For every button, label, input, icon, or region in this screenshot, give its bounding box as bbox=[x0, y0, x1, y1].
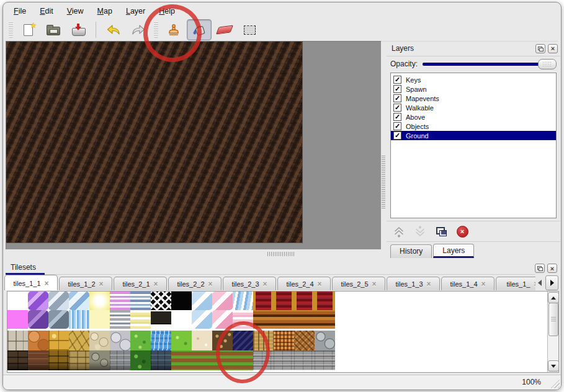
layer-visibility-checkbox[interactable]: ✓ bbox=[393, 104, 401, 112]
splitter-grip[interactable] bbox=[267, 252, 295, 256]
tile-tile-gold[interactable] bbox=[48, 331, 69, 350]
layer-visibility-checkbox[interactable]: ✓ bbox=[393, 94, 401, 102]
tile-stripes-gray[interactable] bbox=[110, 310, 130, 329]
close-tab-icon[interactable]: × bbox=[318, 281, 322, 287]
open-tool-button[interactable] bbox=[42, 20, 65, 40]
close-tab-icon[interactable]: × bbox=[45, 280, 49, 287]
tile-crystal-lightblue[interactable] bbox=[192, 310, 212, 329]
tile-wall-pebble[interactable] bbox=[89, 350, 110, 370]
tile-water[interactable] bbox=[151, 331, 171, 350]
toolbar-grip[interactable] bbox=[154, 22, 158, 38]
tile-planks-vert[interactable] bbox=[253, 331, 274, 350]
toolbar-grip[interactable] bbox=[9, 22, 13, 38]
tile-stripes-orange[interactable] bbox=[274, 310, 294, 329]
tile-crystal-purple[interactable] bbox=[28, 292, 48, 310]
tile-flagstone[interactable] bbox=[7, 331, 28, 350]
tileset-tab-tiles_1_1[interactable]: tiles_1_1× bbox=[4, 275, 58, 290]
select-tool-button[interactable] bbox=[238, 20, 261, 40]
layer-visibility-checkbox[interactable]: ✓ bbox=[393, 131, 401, 140]
tab-layers[interactable]: Layers bbox=[433, 244, 474, 258]
tile-planks-gray[interactable] bbox=[274, 350, 294, 370]
tile-water-shimmer[interactable] bbox=[69, 310, 89, 329]
close-tab-icon[interactable]: × bbox=[99, 281, 104, 287]
undo-tool-button[interactable] bbox=[102, 20, 125, 40]
splitter-grip[interactable] bbox=[382, 156, 385, 208]
tile-curtain-red[interactable] bbox=[274, 292, 294, 310]
layer-visibility-checkbox[interactable]: ✓ bbox=[393, 113, 401, 121]
tile-stone-cracked[interactable] bbox=[69, 331, 89, 350]
tile-herringbone[interactable] bbox=[294, 331, 315, 350]
scroll-up-button[interactable] bbox=[548, 292, 559, 303]
tile-pebbles[interactable] bbox=[89, 331, 110, 350]
tile-sand[interactable] bbox=[192, 331, 212, 350]
tile-curtain-red[interactable] bbox=[294, 292, 315, 310]
tile-floral-brown[interactable] bbox=[212, 331, 233, 350]
layer-visibility-checkbox[interactable]: ✓ bbox=[393, 85, 401, 93]
tile-stone-orange[interactable] bbox=[28, 331, 48, 350]
close-tab-icon[interactable]: × bbox=[481, 281, 486, 287]
menu-help[interactable]: Help bbox=[153, 6, 181, 17]
tile-crystal-blue[interactable] bbox=[69, 292, 89, 310]
tile-stripes-orange[interactable] bbox=[315, 310, 335, 329]
tileset-tab-tiles_1_[interactable]: tiles_1_× bbox=[496, 277, 535, 290]
tile-black[interactable] bbox=[171, 292, 192, 310]
layer-row-mapevents[interactable]: ✓Mapevents bbox=[391, 94, 556, 103]
menu-edit[interactable]: Edit bbox=[34, 6, 59, 17]
menu-layer[interactable]: Layer bbox=[120, 6, 151, 17]
duplicate-layer-button[interactable] bbox=[434, 224, 449, 239]
move-layer-up-button[interactable] bbox=[392, 224, 406, 239]
palette-scrollbar[interactable] bbox=[547, 292, 558, 372]
layer-visibility-checkbox[interactable]: ✓ bbox=[393, 122, 401, 130]
opacity-slider[interactable] bbox=[423, 59, 557, 69]
layer-row-objects[interactable]: ✓Objects bbox=[391, 122, 556, 131]
close-tab-icon[interactable]: × bbox=[427, 281, 431, 287]
tile-shard-blue[interactable] bbox=[233, 292, 253, 310]
tile-basket-weave[interactable] bbox=[274, 331, 294, 350]
resize-grip-icon[interactable] bbox=[548, 377, 560, 388]
tile-crystal-gray-dark[interactable] bbox=[48, 310, 69, 329]
tile-crystal-pink[interactable] bbox=[212, 310, 233, 329]
tile-crystal-lightblue[interactable] bbox=[192, 292, 212, 310]
tile-navy-tile[interactable] bbox=[233, 331, 253, 350]
close-tab-icon[interactable]: × bbox=[154, 281, 158, 287]
scroll-down-button[interactable] bbox=[548, 360, 559, 372]
tile-pale-yellow[interactable] bbox=[89, 310, 110, 329]
layer-row-above[interactable]: ✓Above bbox=[391, 112, 556, 122]
tile-wall-brown[interactable] bbox=[28, 350, 48, 370]
tile-stripes-pink[interactable] bbox=[110, 292, 130, 310]
redo-tool-button[interactable] bbox=[127, 20, 150, 40]
layer-row-keys[interactable]: ✓Keys bbox=[391, 75, 556, 84]
vertical-splitter[interactable] bbox=[381, 41, 387, 258]
tile-magenta[interactable] bbox=[7, 310, 28, 329]
tile-grass-path[interactable] bbox=[233, 350, 253, 370]
tile-wall-goldbrick[interactable] bbox=[48, 350, 69, 370]
tile-empty[interactable] bbox=[171, 310, 192, 329]
tile-crystal-gray[interactable] bbox=[48, 292, 69, 310]
tileset-tab-tiles_2_3[interactable]: tiles_2_3× bbox=[223, 277, 276, 290]
menu-file[interactable]: File bbox=[8, 6, 32, 17]
tile-wall-tanstone[interactable] bbox=[69, 350, 89, 370]
tile-stripes-orange[interactable] bbox=[253, 310, 274, 329]
tileset-tab-tiles_2_2[interactable]: tiles_2_2× bbox=[168, 277, 222, 290]
float-panel-icon[interactable] bbox=[535, 44, 545, 53]
tile-cobblestone[interactable] bbox=[110, 331, 130, 350]
tile-glow-yellow[interactable] bbox=[89, 292, 110, 310]
tileset-tab-tiles_2_5[interactable]: tiles_2_5× bbox=[332, 277, 385, 290]
close-tab-icon[interactable]: × bbox=[208, 281, 213, 287]
float-panel-icon[interactable] bbox=[535, 264, 545, 273]
map-view[interactable] bbox=[6, 41, 381, 249]
tile-empty[interactable] bbox=[7, 292, 28, 310]
menu-map[interactable]: Map bbox=[92, 6, 118, 17]
new-file-tool-button[interactable]: ★ bbox=[17, 20, 40, 40]
save-tool-button[interactable] bbox=[66, 20, 90, 40]
tile-wall-bluebrick[interactable] bbox=[151, 350, 171, 370]
close-panel-icon[interactable]: × bbox=[547, 264, 557, 273]
tile-grass-path[interactable] bbox=[212, 350, 233, 370]
tile-crystal-purple-dark[interactable] bbox=[28, 310, 48, 329]
layer-row-ground[interactable]: ✓Ground bbox=[391, 131, 556, 140]
menu-view[interactable]: View bbox=[61, 6, 89, 17]
horizontal-splitter[interactable] bbox=[6, 250, 380, 258]
tileset-tab-tiles_1_3[interactable]: tiles_1_3× bbox=[387, 277, 440, 290]
opacity-slider-track[interactable] bbox=[423, 63, 554, 66]
tile-grass-path[interactable] bbox=[192, 350, 212, 370]
